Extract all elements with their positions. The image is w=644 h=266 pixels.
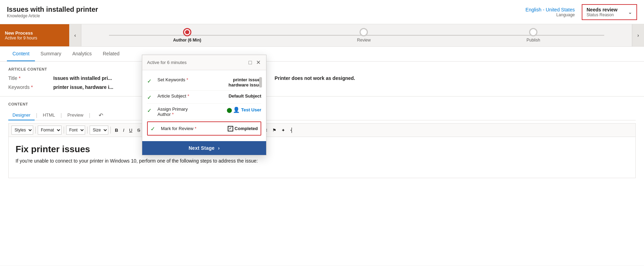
flag-button[interactable]: ⚑ bbox=[270, 126, 279, 134]
stage-label-review: Review bbox=[357, 38, 371, 43]
tabs-bar: Content Summary Analytics Related bbox=[0, 47, 644, 62]
main-content: ARTICLE CONTENT Title * Issues with inst… bbox=[0, 62, 644, 266]
completed-checkbox-icon: ✓ bbox=[228, 126, 233, 131]
editor-toolbar: Styles Format Font Size B I U S A▾ A▾ ⇤ … bbox=[8, 123, 636, 137]
stage-popup: Active for 6 minutes □ ✕ ✓ Set Keywords … bbox=[142, 55, 266, 155]
status-reason-text: Needs review Status Reason bbox=[587, 7, 618, 17]
popup-row-mark-for-review: ✓ Mark for Review * ✓ Completed bbox=[147, 121, 261, 136]
check-icon-keywords: ✓ bbox=[147, 78, 154, 84]
editor-body[interactable]: Fix printer issues If you're unable to c… bbox=[8, 137, 636, 178]
stage-publish[interactable]: Publish bbox=[526, 28, 540, 43]
editor-tab-sep3: | bbox=[88, 112, 92, 118]
process-tag: New Process Active for 9 hours bbox=[0, 24, 69, 46]
author-star: * bbox=[172, 112, 174, 117]
popup-field-subject: Article Subject * bbox=[157, 93, 203, 99]
process-tag-title: New Process bbox=[5, 30, 64, 36]
keywords-value: printer issue, hardware i... bbox=[53, 84, 114, 90]
stage-author[interactable]: Author (6 Min) bbox=[173, 28, 201, 43]
header-left: Issues with installed printer Knowledge … bbox=[7, 6, 98, 18]
stage-review[interactable]: Review bbox=[357, 28, 371, 43]
tab-related[interactable]: Related bbox=[97, 47, 125, 61]
popup-row-subject: ✓ Article Subject * Default Subject bbox=[147, 91, 261, 104]
language-label: Language bbox=[526, 12, 575, 17]
popup-field-mark-review: Mark for Review * bbox=[161, 126, 224, 131]
keywords-label: Keywords * bbox=[8, 84, 50, 90]
chevron-right-icon: › bbox=[637, 33, 639, 38]
sparkle-button[interactable]: ✦ bbox=[279, 126, 287, 134]
strikethrough-button[interactable]: S bbox=[135, 126, 142, 134]
check-icon-mark-review: ✓ bbox=[151, 126, 157, 132]
check-icon-subject: ✓ bbox=[147, 94, 154, 101]
popup-keywords-value: printer issue,hardware issue bbox=[207, 77, 261, 88]
editor-tabs: Designer | HTML | Preview | ↶ bbox=[8, 110, 636, 120]
subject-star: * bbox=[188, 93, 189, 99]
content-section-heading: CONTENT bbox=[8, 102, 636, 106]
tab-summary[interactable]: Summary bbox=[35, 47, 67, 61]
popup-subject-value: Default Subject bbox=[207, 93, 261, 99]
popup-close-button[interactable]: ✕ bbox=[255, 58, 261, 66]
editor-heading: Fix printer issues bbox=[16, 144, 628, 155]
undo-button[interactable]: ↶ bbox=[99, 112, 103, 119]
keywords-required-star: * bbox=[31, 84, 33, 90]
italic-button[interactable]: I bbox=[121, 126, 126, 134]
popup-title: Active for 6 minutes bbox=[147, 60, 187, 65]
styles-select[interactable]: Styles bbox=[11, 126, 33, 135]
toolbar-sep3 bbox=[87, 127, 88, 134]
toolbar-sep4 bbox=[110, 127, 111, 134]
status-reason-title: Needs review bbox=[587, 7, 618, 12]
popup-author-name: Test User bbox=[241, 107, 261, 112]
process-tag-subtitle: Active for 9 hours bbox=[5, 36, 64, 40]
chevron-left-icon: ‹ bbox=[74, 33, 76, 38]
language-value: English - United States bbox=[526, 7, 575, 12]
page-subtitle: Knowledge Article bbox=[7, 13, 98, 18]
title-value: Issues with installed pri... bbox=[53, 75, 112, 81]
tab-content[interactable]: Content bbox=[7, 47, 35, 61]
process-stages: Author (6 Min) Review Publish bbox=[81, 28, 632, 43]
popup-row-author: ✓ Assign PrimaryAuthor * ⬤ 👤 Test User bbox=[147, 104, 261, 120]
content-editor-section: CONTENT Designer | HTML | Preview | ↶ St… bbox=[0, 97, 644, 181]
popup-row-keywords: ✓ Set Keywords * printer issue,hardware … bbox=[147, 74, 261, 91]
next-stage-label: Next Stage bbox=[189, 145, 215, 151]
stage-circle-author bbox=[183, 28, 191, 36]
keywords-row: Keywords * printer issue, hardware i... bbox=[8, 84, 636, 90]
header-right: English - United States Language Needs r… bbox=[526, 4, 637, 20]
bold-button[interactable]: B bbox=[113, 126, 120, 134]
underline-button[interactable]: U bbox=[127, 126, 134, 134]
editor-tab-html[interactable]: HTML bbox=[39, 110, 59, 120]
toolbar-sep1 bbox=[35, 127, 36, 134]
stage-label-publish: Publish bbox=[526, 38, 540, 43]
process-nav-right-button[interactable]: › bbox=[632, 24, 644, 46]
title-field: Title * Issues with installed pri... bbox=[8, 75, 112, 81]
size-select[interactable]: Size bbox=[90, 126, 108, 135]
popup-content: ✓ Set Keywords * printer issue,hardware … bbox=[142, 70, 266, 141]
toolbar-sep2 bbox=[64, 127, 64, 134]
format-select[interactable]: Format bbox=[38, 126, 62, 135]
stage-circle-publish bbox=[529, 28, 537, 36]
editor-tab-sep2: | bbox=[59, 112, 63, 118]
editor-paragraph: If you're unable to connect to your prin… bbox=[16, 158, 628, 164]
stage-label-author: Author (6 Min) bbox=[173, 38, 201, 43]
title-label: Title * bbox=[8, 75, 50, 81]
font-select[interactable]: Font bbox=[66, 126, 85, 135]
article-section-heading: ARTICLE CONTENT bbox=[8, 67, 636, 71]
tab-analytics[interactable]: Analytics bbox=[67, 47, 97, 61]
code-button[interactable]: ⎨ bbox=[288, 126, 296, 134]
check-icon-author: ✓ bbox=[147, 107, 154, 114]
next-stage-button[interactable]: Next Stage › bbox=[142, 141, 266, 155]
process-nav-left-button[interactable]: ‹ bbox=[69, 24, 81, 46]
keywords-field: Keywords * printer issue, hardware i... bbox=[8, 84, 114, 90]
mark-review-star: * bbox=[195, 126, 197, 131]
status-reason-dropdown[interactable]: Needs review Status Reason ⌄ bbox=[582, 4, 637, 20]
popup-actions: □ ✕ bbox=[248, 58, 261, 66]
popup-header: Active for 6 minutes □ ✕ bbox=[142, 55, 266, 70]
popup-field-author: Assign PrimaryAuthor * bbox=[157, 107, 223, 117]
popup-expand-button[interactable]: □ bbox=[248, 58, 253, 66]
article-content-section: ARTICLE CONTENT Title * Issues with inst… bbox=[0, 62, 644, 97]
page-title: Issues with installed printer bbox=[7, 6, 98, 13]
keywords-star: * bbox=[187, 77, 188, 82]
editor-tab-designer[interactable]: Designer bbox=[8, 110, 35, 120]
title-row: Title * Issues with installed pri... Des… bbox=[8, 75, 636, 81]
completed-label: Completed bbox=[235, 126, 258, 131]
editor-tab-preview[interactable]: Preview bbox=[63, 110, 88, 120]
editor-tab-sep1: | bbox=[35, 112, 39, 118]
